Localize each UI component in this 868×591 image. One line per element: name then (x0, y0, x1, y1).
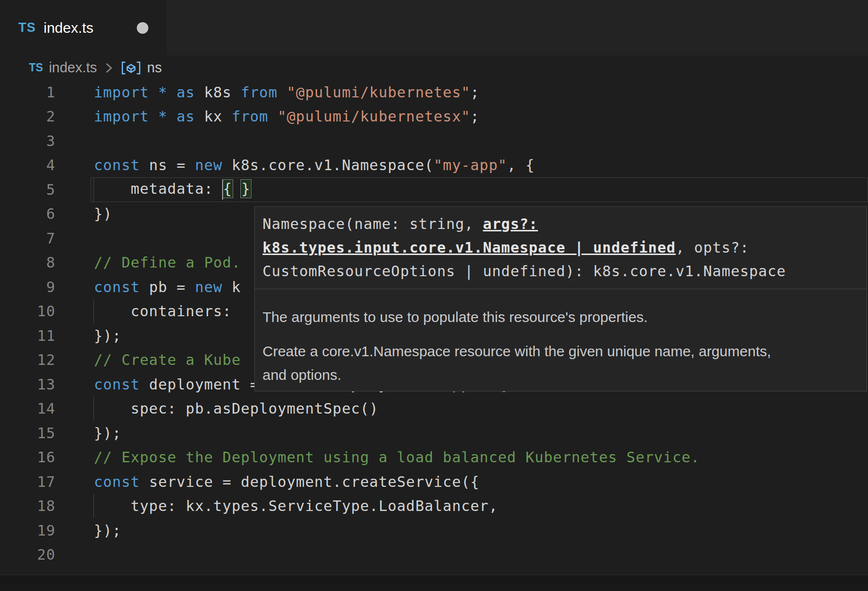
code-text: import * as kx from "@pulumi/kubernetesx… (94, 108, 480, 125)
code-text: spec: pb.asDeploymentSpec() (94, 400, 379, 417)
code-token: ; (471, 84, 480, 101)
code-token: import (94, 84, 158, 101)
hover-tooltip: Namespace(name: string, args?:k8s.types.… (254, 206, 867, 391)
signature-line: CustomResourceOptions | undefined): k8s.… (263, 259, 867, 283)
line-number: 5 (0, 181, 55, 198)
code-token: }); (94, 327, 121, 344)
unsaved-changes-dot-icon[interactable] (137, 22, 148, 34)
line-number: 6 (0, 205, 55, 222)
line-number: 8 (0, 254, 55, 271)
documentation-block: The arguments to use to populate this re… (255, 289, 867, 387)
line-number: 13 (0, 376, 55, 393)
code-line[interactable]: 15}); (0, 421, 868, 445)
doc-line: Create a core.v1.Namespace resource with… (263, 339, 859, 363)
code-token: // Create a Kube (94, 351, 241, 368)
type-link[interactable]: args?: (483, 215, 538, 232)
code-line[interactable]: 18 type: kx.types.ServiceType.LoadBalanc… (0, 494, 868, 519)
code-token: type: kx.types.ServiceType.LoadBalancer, (94, 497, 498, 514)
breadcrumb: TS index.ts ns (0, 55, 868, 80)
signature-line: k8s.types.input.core.v1.Namespace | unde… (263, 236, 867, 259)
code-token: const (94, 473, 149, 490)
code-token: "@pulumi/kubernetesx" (277, 108, 470, 125)
code-line[interactable]: 17const service = deployment.createServi… (0, 470, 868, 494)
line-number: 10 (0, 303, 55, 320)
line-number: 19 (0, 522, 55, 539)
code-token: k (232, 279, 241, 296)
code-text: import * as k8s from "@pulumi/kubernetes… (94, 84, 480, 101)
signature-text: Namespace(name: string, (263, 215, 483, 232)
editor-bottom-edge (0, 575, 868, 591)
tab-title: index.ts (44, 20, 93, 36)
code-token: pb = (149, 279, 195, 296)
code-token: // Define a Pod. (94, 254, 241, 271)
line-number: 15 (0, 425, 55, 442)
line-number: 7 (0, 230, 55, 247)
typescript-file-icon-small: TS (29, 61, 43, 74)
code-token: k8s (204, 84, 241, 101)
code-text: const ns = new k8s.core.v1.Namespace("my… (94, 157, 535, 174)
code-token: deployment = (149, 376, 268, 393)
code-line[interactable]: 3 (0, 129, 868, 153)
tab-bar: TS index.ts (0, 0, 868, 55)
signature-block: Namespace(name: string, args?:k8s.types.… (255, 207, 867, 283)
doc-line: and options. (263, 363, 859, 387)
code-line[interactable]: 4const ns = new k8s.core.v1.Namespace("m… (0, 153, 868, 178)
line-number: 12 (0, 351, 55, 368)
code-token: from (241, 84, 287, 101)
code-token: const (94, 279, 149, 296)
code-token: ns = (149, 157, 195, 174)
breadcrumb-item-file[interactable]: index.ts (49, 60, 97, 76)
code-line[interactable]: 14 spec: pb.asDeploymentSpec() (0, 397, 868, 421)
doc-paragraph: Create a core.v1.Namespace resource with… (263, 339, 859, 387)
code-token: const (94, 157, 149, 174)
matched-bracket: { (223, 180, 232, 197)
vscode-editor-window: { "tab": { "file_type_badge": "TS", "tit… (0, 0, 868, 591)
line-number: 16 (0, 449, 55, 466)
code-text: containers: (94, 303, 241, 320)
code-text: }) (94, 205, 112, 222)
code-text: const pb = new k (94, 279, 241, 296)
code-token: "@pulumi/kubernetes" (287, 84, 470, 101)
code-token: spec: pb.asDeploymentSpec() (94, 400, 379, 417)
line-number: 17 (0, 473, 55, 490)
line-number: 2 (0, 108, 55, 125)
code-token: kx (204, 108, 232, 125)
code-token: "my-app" (434, 157, 507, 174)
line-number: 18 (0, 497, 55, 514)
code-token: containers: (94, 303, 241, 320)
breadcrumb-item-symbol[interactable]: ns (147, 60, 162, 76)
code-token: new (195, 157, 232, 174)
code-token: from (232, 108, 277, 125)
code-text: metadata: { } (94, 179, 250, 200)
code-line[interactable]: 1import * as k8s from "@pulumi/kubernete… (0, 80, 868, 105)
line-number: 4 (0, 157, 55, 174)
code-line[interactable]: 5 metadata: { } (0, 177, 868, 202)
code-token: k8s.core.v1.Namespace( (232, 157, 434, 174)
code-token: }); (94, 425, 121, 442)
line-number: 3 (0, 133, 55, 149)
code-token: as (177, 84, 204, 101)
code-token: const (94, 376, 149, 393)
code-token: , { (507, 157, 535, 174)
code-line[interactable]: 16// Expose the Deployment using a load … (0, 445, 868, 470)
code-token: import (94, 108, 158, 125)
signature-text: , opts?: (676, 239, 750, 256)
code-line[interactable]: 20 (0, 543, 868, 567)
doc-paragraph: The arguments to use to populate this re… (263, 305, 859, 329)
code-text: // Define a Pod. (94, 254, 241, 271)
code-text: }); (94, 522, 121, 539)
code-text: // Create a Kube (94, 351, 241, 368)
line-number: 14 (0, 400, 55, 417)
code-token (232, 180, 241, 197)
code-token: ; (471, 108, 480, 125)
signature-text: CustomResourceOptions | undefined): k8s.… (263, 263, 786, 280)
code-token: }); (94, 522, 121, 539)
code-line[interactable]: 2import * as kx from "@pulumi/kubernetes… (0, 105, 868, 129)
code-token: * (158, 108, 176, 125)
code-text: const service = deployment.createService… (94, 473, 480, 490)
line-number: 1 (0, 84, 55, 101)
tab-index-ts[interactable]: TS index.ts (0, 0, 167, 55)
type-link[interactable]: k8s.types.input.core.v1.Namespace | unde… (263, 239, 676, 256)
code-line[interactable]: 19}); (0, 518, 868, 543)
symbol-variable-icon (121, 60, 141, 76)
